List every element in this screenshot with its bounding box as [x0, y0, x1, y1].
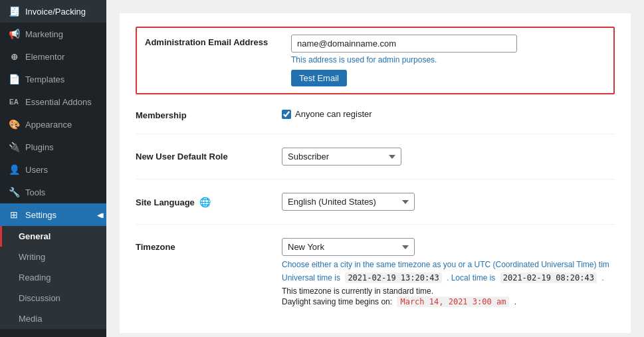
sidebar-item-elementor[interactable]: ⊕ Elementor [0, 45, 106, 68]
membership-row: Membership Anyone can register [136, 106, 615, 134]
sidebar-item-marketing[interactable]: 📢 Marketing [0, 23, 106, 45]
local-value: 2021-02-19 08:20:43 [500, 273, 597, 283]
sidebar-item-label: Appearance [25, 120, 72, 130]
main-content: Administration Email Address This addres… [106, 0, 644, 337]
timezone-hint: Choose either a city in the same timezon… [282, 260, 615, 269]
new-user-role-row: New User Default Role Subscriber Contrib… [136, 148, 615, 179]
sidebar-item-templates[interactable]: 📄 Templates [0, 68, 106, 90]
tools-icon: 🔧 [8, 186, 20, 198]
sidebar: 🧾 Invoice/Packing 📢 Marketing ⊕ Elemento… [0, 0, 106, 337]
users-icon: 👤 [8, 164, 20, 175]
settings-submenu: General Writing Reading Discussion Media [0, 226, 106, 329]
sidebar-sub-label: Discussion [19, 293, 60, 303]
new-user-role-field: Subscriber Contributor Author Editor Adm… [282, 148, 615, 166]
appearance-icon: 🎨 [8, 118, 20, 130]
invoice-packing-icon: 🧾 [8, 5, 20, 17]
sidebar-sub-label: Writing [19, 252, 45, 262]
admin-email-row: Administration Email Address This addres… [136, 27, 615, 94]
sidebar-item-invoice-packing[interactable]: 🧾 Invoice/Packing [0, 0, 106, 23]
marketing-icon: 📢 [8, 28, 20, 40]
templates-icon: 📄 [8, 73, 20, 85]
sidebar-item-essential-addons[interactable]: EA Essential Addons [0, 90, 106, 113]
local-end: . [601, 273, 603, 282]
sidebar-item-media[interactable]: Media [0, 308, 106, 329]
dst-label: Daylight saving time begins on: [282, 297, 392, 306]
sidebar-item-discussion[interactable]: Discussion [0, 288, 106, 308]
timezone-field: New York Los Angeles Chicago London UTC … [282, 238, 615, 306]
admin-email-hint: This address is used for admin purposes. [291, 55, 605, 64]
utc-value: 2021-02-19 13:20:43 [345, 273, 441, 283]
local-label: . Local time is [447, 273, 495, 282]
sidebar-item-tools[interactable]: 🔧 Tools [0, 181, 106, 203]
sidebar-item-label: Plugins [25, 142, 54, 152]
sidebar-item-appearance[interactable]: 🎨 Appearance [0, 113, 106, 136]
utc-label: Universal time is [282, 273, 340, 282]
site-language-row: Site Language 🌐 English (United States) … [136, 193, 615, 225]
sidebar-item-label: Templates [25, 74, 64, 84]
plugins-icon: 🔌 [8, 141, 20, 153]
admin-email-field: This address is used for admin purposes.… [291, 35, 605, 86]
membership-checkbox[interactable] [282, 110, 291, 119]
settings-form: Administration Email Address This addres… [120, 13, 631, 333]
test-email-button[interactable]: Test Email [291, 70, 347, 86]
language-translate-icon: 🌐 [199, 197, 211, 207]
sidebar-sub-label: Media [19, 314, 42, 324]
sidebar-sub-label: General [19, 231, 51, 241]
sidebar-item-plugins[interactable]: 🔌 Plugins [0, 136, 106, 158]
admin-email-label: Administration Email Address [145, 35, 291, 47]
sidebar-sub-label: Reading [19, 273, 51, 282]
dst-end: . [514, 297, 516, 306]
timezone-dst-line: Daylight saving time begins on: March 14… [282, 297, 615, 306]
sidebar-item-label: Marketing [25, 29, 63, 39]
sidebar-item-settings[interactable]: ⊞ Settings ◀ [0, 203, 106, 226]
membership-label: Membership [136, 106, 282, 120]
membership-field: Anyone can register [282, 106, 615, 119]
membership-checkbox-wrap: Anyone can register [282, 106, 615, 119]
sidebar-item-general[interactable]: General [0, 226, 106, 247]
sidebar-item-label: Settings [25, 210, 56, 220]
site-language-field: English (United States) English (UK) Esp… [282, 193, 615, 211]
sidebar-item-label: Elementor [25, 52, 64, 62]
timezone-info: Universal time is 2021-02-19 13:20:43 . … [282, 273, 615, 282]
sidebar-item-reading[interactable]: Reading [0, 267, 106, 288]
sidebar-item-label: Essential Addons [25, 97, 92, 107]
site-language-select[interactable]: English (United States) English (UK) Esp… [282, 193, 415, 211]
sidebar-item-label: Invoice/Packing [25, 7, 86, 17]
site-language-label: Site Language 🌐 [136, 193, 282, 207]
timezone-standard-text: This timezone is currently in standard t… [282, 286, 615, 296]
timezone-select[interactable]: New York Los Angeles Chicago London UTC [282, 238, 415, 256]
settings-icon: ⊞ [8, 209, 20, 221]
new-user-role-select[interactable]: Subscriber Contributor Author Editor Adm… [282, 148, 401, 166]
timezone-label: Timezone [136, 238, 282, 252]
sidebar-item-label: Users [25, 165, 48, 175]
dst-value: March 14, 2021 3:00 am [397, 296, 509, 307]
timezone-row: Timezone New York Los Angeles Chicago Lo… [136, 238, 615, 320]
sidebar-item-label: Tools [25, 187, 45, 197]
new-user-role-label: New User Default Role [136, 148, 282, 162]
sidebar-item-writing[interactable]: Writing [0, 247, 106, 267]
admin-email-input[interactable] [291, 35, 517, 53]
elementor-icon: ⊕ [8, 51, 20, 62]
collapse-arrow-icon: ◀ [97, 211, 102, 219]
sidebar-item-users[interactable]: 👤 Users [0, 158, 106, 181]
essential-addons-icon: EA [8, 96, 20, 108]
membership-checkbox-label: Anyone can register [295, 109, 372, 119]
timezone-standard: This timezone is currently in standard t… [282, 286, 615, 306]
